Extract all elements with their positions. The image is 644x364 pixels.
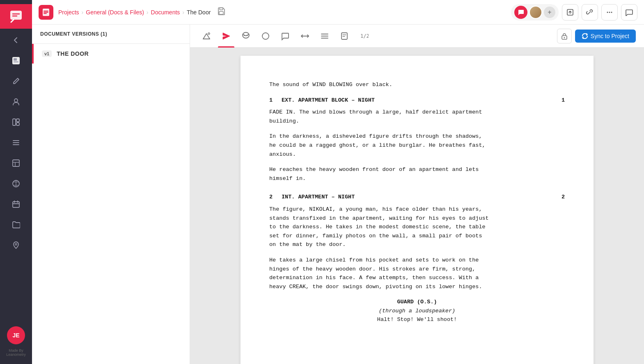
top-header: Projects › General (Docs & Files) › Docu… xyxy=(32,0,644,25)
numbering-icon[interactable]: 1/2 xyxy=(356,28,372,44)
script-area: 1/2 xyxy=(190,25,644,364)
scene-1-heading-line: 1 EXT. APARTMENT BLOCK – NIGHT 1 xyxy=(269,96,565,105)
scene-icon[interactable] xyxy=(198,28,215,44)
sync-button-label: Sync to Project xyxy=(591,33,629,39)
breadcrumb-projects[interactable]: Projects xyxy=(58,9,79,16)
scene-2: 2 INT. APARTMENT – NIGHT 2 The figure, N… xyxy=(269,193,565,324)
svg-rect-10 xyxy=(13,202,19,207)
scene-2-number-left: 2 xyxy=(269,193,282,202)
sync-button[interactable]: Sync to Project xyxy=(575,30,636,43)
svg-rect-2 xyxy=(14,58,17,61)
scene-1-action-1-text: FADE IN. The wind blows through a large,… xyxy=(269,109,482,124)
scene-2-action-1: The figure, NIKOLAI, a young man, his fa… xyxy=(269,205,565,249)
export-icon[interactable] xyxy=(562,4,578,20)
scene-1-action-2: In the darkness, a disheveled figure dri… xyxy=(269,132,565,159)
svg-point-11 xyxy=(15,243,17,245)
dialogue-text: Halt! Stop! We'll shoot! xyxy=(377,316,457,323)
content-area: DOCUMENT VERSIONS (1) v1 THE DOOR xyxy=(32,25,644,364)
document-versions-sidebar: DOCUMENT VERSIONS (1) v1 THE DOOR xyxy=(32,25,190,364)
svg-rect-0 xyxy=(10,11,22,20)
svg-point-23 xyxy=(262,33,269,39)
doc-type-icon xyxy=(39,5,53,20)
user-initials: JE xyxy=(12,332,19,339)
scene-2-heading-line: 2 INT. APARTMENT – NIGHT 2 xyxy=(269,193,565,202)
outline-icon[interactable] xyxy=(336,28,353,44)
scene-2-heading: INT. APARTMENT – NIGHT xyxy=(282,193,552,202)
scene-2-action-2: He takes a large chisel from his pocket … xyxy=(269,256,565,291)
breadcrumb-documents[interactable]: Documents xyxy=(151,9,180,16)
svg-text:1/2: 1/2 xyxy=(360,33,369,39)
list-icon[interactable] xyxy=(7,134,25,152)
sports-icon[interactable] xyxy=(7,175,25,193)
character-name: GUARD (O.S.) xyxy=(269,298,565,307)
script-mode-icon[interactable] xyxy=(218,28,234,44)
scene-1-action-2-text: In the darkness, a disheveled figure dri… xyxy=(269,133,486,157)
svg-point-19 xyxy=(208,33,210,34)
pencil-icon[interactable] xyxy=(7,72,25,90)
svg-rect-7 xyxy=(16,123,19,125)
calendar-icon[interactable] xyxy=(7,195,25,213)
link-icon[interactable] xyxy=(582,4,598,20)
collaborators-group: + xyxy=(511,4,559,20)
note-icon[interactable] xyxy=(257,28,274,44)
breadcrumb: Projects › General (Docs & Files) › Docu… xyxy=(58,9,211,16)
lock-icon[interactable] xyxy=(557,29,572,43)
script-content: The sound of WIND BLOWING over black. 1 … xyxy=(269,80,565,324)
scene-1-action-3: He reaches the heavy wooden front door o… xyxy=(269,165,565,183)
dialogue-parenthetical: (through a loudspeaker) xyxy=(269,307,565,316)
folder-icon[interactable] xyxy=(7,216,25,234)
user-photo-avatar[interactable] xyxy=(529,6,542,19)
svg-point-4 xyxy=(14,99,18,102)
scene-1: 1 EXT. APARTMENT BLOCK – NIGHT 1 FADE IN… xyxy=(269,96,565,183)
revisions-icon[interactable] xyxy=(297,28,313,44)
svg-point-16 xyxy=(607,11,608,13)
svg-point-27 xyxy=(564,37,565,38)
chat-panel-icon[interactable] xyxy=(621,4,637,20)
back-arrow-icon[interactable] xyxy=(7,31,25,49)
script-page: The sound of WIND BLOWING over black. 1 … xyxy=(241,56,594,364)
intro-action: The sound of WIND BLOWING over black. xyxy=(269,80,565,89)
save-icon[interactable] xyxy=(217,7,225,17)
table-icon[interactable] xyxy=(7,154,25,172)
svg-rect-3 xyxy=(14,61,18,62)
comment-icon[interactable] xyxy=(277,28,293,44)
svg-point-18 xyxy=(611,11,612,13)
scene-1-number-right: 1 xyxy=(552,96,565,105)
doc-versions-header: DOCUMENT VERSIONS (1) xyxy=(32,25,190,44)
document-view-icon[interactable] xyxy=(7,52,25,70)
add-collaborator-icon[interactable]: + xyxy=(544,7,555,18)
format-icon[interactable] xyxy=(316,28,333,44)
intro-action-text: The sound of WIND BLOWING over black. xyxy=(269,82,392,88)
script-scroll[interactable]: The sound of WIND BLOWING over black. 1 … xyxy=(190,48,644,364)
scene-1-heading: EXT. APARTMENT BLOCK – NIGHT xyxy=(282,96,552,105)
person-icon[interactable] xyxy=(7,93,25,111)
app-logo[interactable] xyxy=(0,4,32,29)
dialogue-line: Halt! Stop! We'll shoot! xyxy=(302,315,532,324)
main-area: Projects › General (Docs & Files) › Docu… xyxy=(32,0,644,364)
version-badge: v1 xyxy=(42,50,52,57)
breadcrumb-general[interactable]: General (Docs & Files) xyxy=(86,9,144,16)
made-by-label: Made ByLeanometry xyxy=(6,347,26,360)
header-right: + xyxy=(511,4,637,20)
version-title: THE DOOR xyxy=(57,50,89,57)
scene-2-number-right: 2 xyxy=(552,193,565,202)
icon-sidebar: JE Made ByLeanometry xyxy=(0,0,32,364)
scene-2-action-2-text: He takes a large chisel from his pocket … xyxy=(269,257,482,290)
svg-rect-14 xyxy=(219,11,223,14)
character-icon[interactable] xyxy=(238,28,254,44)
user-avatar[interactable]: JE xyxy=(7,326,25,344)
svg-rect-8 xyxy=(13,160,19,166)
chat-icon[interactable] xyxy=(514,6,527,19)
svg-point-22 xyxy=(247,34,248,36)
svg-point-17 xyxy=(609,11,610,13)
scene-2-action-1-text: The figure, NIKOLAI, a young man, his fa… xyxy=(269,206,489,248)
doc-version-item[interactable]: v1 THE DOOR xyxy=(32,44,190,64)
scene-1-action-1: FADE IN. The wind blows through a large,… xyxy=(269,108,565,125)
svg-rect-24 xyxy=(341,33,347,39)
toolbar: 1/2 xyxy=(190,25,644,48)
location-icon[interactable] xyxy=(7,236,25,254)
panels-icon[interactable] xyxy=(7,113,25,131)
parenthetical-text: (through a loudspeaker) xyxy=(379,308,455,314)
scene-1-action-3-text: He reaches the heavy wooden front door o… xyxy=(269,166,479,182)
more-options-icon[interactable] xyxy=(601,4,618,20)
